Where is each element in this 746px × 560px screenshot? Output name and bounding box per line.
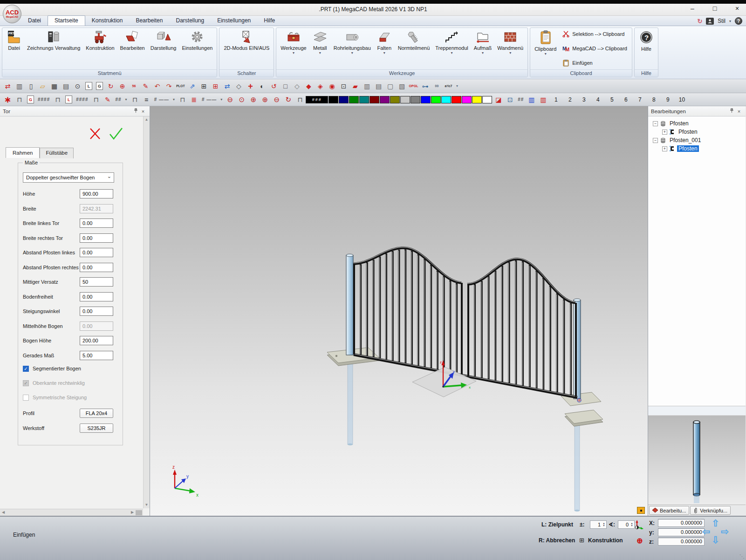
cube-rendered-icon[interactable]: ◉: [327, 82, 337, 91]
group-doc-icon[interactable]: G: [27, 96, 34, 103]
cube-wireframe-icon[interactable]: □: [280, 82, 291, 91]
open-file-icon[interactable]: ▱: [37, 82, 48, 91]
field-input[interactable]: 0.00: [80, 248, 113, 257]
close-button[interactable]: ×: [733, 5, 741, 12]
redo-icon[interactable]: ↷: [164, 82, 174, 91]
pen-lock-icon[interactable]: ⊓: [91, 95, 102, 104]
origin-axes-icon[interactable]: +: [245, 82, 256, 91]
color-swatch-black[interactable]: [329, 96, 338, 103]
pin-icon[interactable]: [132, 108, 139, 114]
field-input[interactable]: 0.00: [80, 219, 113, 228]
paperclip-icon[interactable]: 00: [431, 82, 442, 91]
snap-star-icon[interactable]: ∗: [2, 95, 13, 104]
linestyle-dropdown-icon[interactable]: ▾: [219, 95, 224, 104]
ribbon-2d-modus-button[interactable]: 2D-Modus EIN/AUS: [221, 29, 272, 68]
minimize-button[interactable]: –: [688, 5, 697, 12]
ribbon-rohrleitungsbau-button[interactable]: Rohrleitungsbau: [331, 29, 374, 68]
field-input[interactable]: 0.00: [80, 307, 113, 316]
color-swatch-white[interactable]: [482, 96, 492, 103]
einfuegen-button[interactable]: Einfügen: [561, 59, 629, 67]
field-input[interactable]: 200.00: [80, 336, 113, 345]
field-input[interactable]: 50: [80, 277, 113, 287]
maximize-button[interactable]: □: [711, 5, 719, 12]
pan-right-icon[interactable]: ⇨: [721, 526, 729, 537]
column-axes-icon[interactable]: ⇗: [187, 82, 198, 91]
selektion-clipboard-button[interactable]: Selektion --> Clipboard: [561, 30, 629, 38]
layer-button-10[interactable]: 10: [678, 95, 685, 104]
tab-verknuepfungen[interactable]: Verknüpfu...: [690, 506, 731, 515]
erase-sketch-icon[interactable]: ✎: [140, 82, 151, 91]
ribbon-darstellung-button[interactable]: Darstellung: [148, 29, 179, 68]
print-preview-icon[interactable]: ⊙: [72, 82, 83, 91]
part-preview[interactable]: [648, 406, 746, 505]
layer-button-2[interactable]: 2: [566, 95, 574, 104]
spinner-arrows-icon[interactable]: ▲▼: [602, 521, 606, 528]
z-coord-value[interactable]: 0.000000: [658, 538, 705, 546]
megacad-logo[interactable]: ACD MegaCAD: [3, 5, 21, 23]
group-doc-icon[interactable]: G: [96, 82, 103, 90]
scroll-thumb[interactable]: [136, 510, 142, 515]
layout-doc-icon[interactable]: L: [65, 96, 72, 103]
linewidth-lock-icon[interactable]: ⊓: [130, 95, 140, 104]
panel-close-icon[interactable]: ×: [139, 109, 147, 114]
workplane-icon[interactable]: ◇: [233, 82, 244, 91]
layout-lock-icon[interactable]: ⊓: [52, 95, 63, 104]
color-swatch-navy[interactable]: [339, 96, 349, 103]
ribbon-falten-button[interactable]: Falten: [374, 29, 395, 68]
layer-button-5[interactable]: 5: [608, 95, 616, 104]
ribbon-zeichnungsverwaltung-button[interactable]: Zeichnungs Verwaltung: [24, 29, 83, 68]
collapse-icon[interactable]: −: [653, 121, 658, 126]
field-input[interactable]: 0.00: [80, 292, 113, 301]
color-swatch-cyan[interactable]: [441, 96, 451, 103]
layer-button-3[interactable]: 3: [580, 95, 588, 104]
ribbon-werkzeuge-button[interactable]: Werkzeuge: [278, 29, 309, 68]
snap-target-icon[interactable]: ⊕: [636, 536, 643, 545]
mode-2d-icon[interactable]: ⇄: [2, 82, 13, 91]
swap-axes-icon[interactable]: ⇄: [222, 82, 233, 91]
confirm-check-button[interactable]: [108, 127, 124, 141]
view-56-icon[interactable]: 56: [129, 82, 139, 91]
refresh-icon[interactable]: ↻: [697, 18, 702, 25]
color-bars-icon[interactable]: ▥: [526, 95, 537, 104]
ribbon-datei-button[interactable]: PRT Datei: [4, 29, 24, 68]
increment-spinner[interactable]: 1 ▲▼: [590, 520, 607, 529]
scroll-up-icon[interactable]: ▲: [144, 116, 150, 123]
tree-item-pfosten-selected[interactable]: + Pfosten: [653, 144, 744, 153]
drawing-manager-icon[interactable]: ▥: [14, 82, 25, 91]
monitor-view-icon[interactable]: ⊡: [338, 82, 349, 91]
profil-button[interactable]: FLA 20x4: [80, 409, 113, 418]
linewidth-dropdown-icon[interactable]: ▾: [171, 95, 176, 104]
menu-tab-bearbeiten[interactable]: Bearbeiten: [129, 16, 169, 26]
color-swatch-teal[interactable]: [359, 96, 369, 103]
cancel-x-button[interactable]: [89, 127, 102, 141]
color-swatch-maroon[interactable]: [370, 96, 379, 103]
structure-tree-icon[interactable]: ⊶: [420, 82, 431, 91]
tree-item-pfosten[interactable]: − Pfosten: [653, 119, 744, 128]
color-swatch-silver[interactable]: [400, 96, 410, 103]
viewport-canvas[interactable]: zyxzyx: [150, 106, 648, 516]
save-file-icon[interactable]: ▦: [49, 82, 60, 91]
layer-lock-icon[interactable]: ⊓: [14, 95, 25, 104]
material-book-icon[interactable]: ▰: [350, 82, 361, 91]
refresh-frame-icon[interactable]: ↻: [105, 82, 116, 91]
cylinder-facet-icon[interactable]: ▥: [362, 82, 372, 91]
tab-bearbeitungen[interactable]: Bearbeitu...: [649, 506, 689, 515]
menu-tab-startseite[interactable]: Startseite: [48, 15, 85, 26]
zoom-out-icon[interactable]: ⊖: [225, 95, 235, 104]
ribbon-konstruktion-button[interactable]: Konstruktion: [83, 29, 117, 68]
tree-item-pfosten-child[interactable]: + Pfosten: [653, 128, 744, 136]
tree-item-pfosten-001[interactable]: − Pfosten_001: [653, 136, 744, 144]
y-coord-value[interactable]: 0.000000: [658, 528, 705, 536]
horizontal-scrollbar[interactable]: ◀ ▶: [0, 509, 143, 516]
cylinder-section-icon[interactable]: ▧: [397, 82, 407, 91]
color-lock-icon[interactable]: ⊓: [294, 95, 305, 104]
axes-mode-icon[interactable]: [634, 520, 643, 529]
collapse-icon[interactable]: −: [653, 138, 658, 143]
style-dropdown-icon[interactable]: ▾: [729, 19, 731, 23]
field-input[interactable]: 5.00: [80, 351, 113, 360]
zoom-minus-icon[interactable]: ⊖: [271, 95, 282, 104]
linestyle-icon[interactable]: ≣: [189, 95, 199, 104]
zoom-in-icon[interactable]: ⊕: [260, 95, 270, 104]
konstruktion-label[interactable]: Konstruktion: [588, 537, 623, 544]
cube-hidden-line-icon[interactable]: ◇: [292, 82, 302, 91]
